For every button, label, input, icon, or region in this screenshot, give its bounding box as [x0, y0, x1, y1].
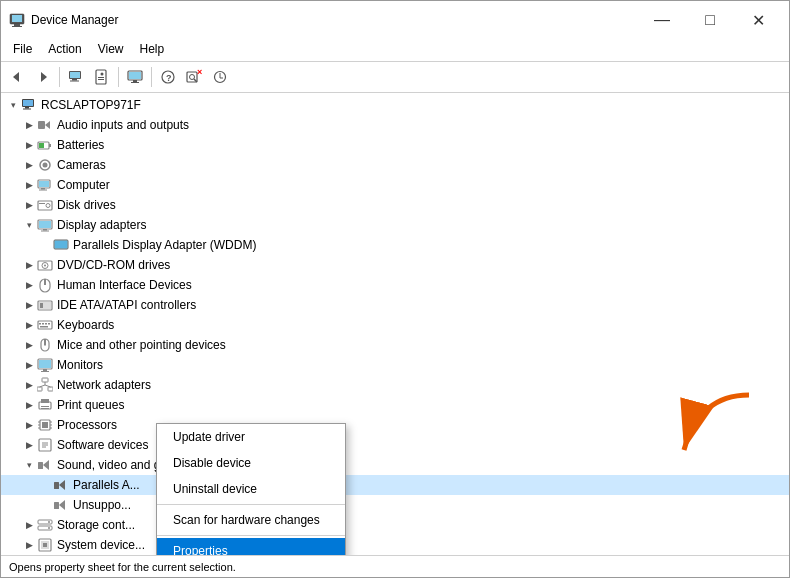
back-button[interactable] — [5, 65, 29, 89]
svg-rect-26 — [23, 100, 33, 106]
processors-icon — [37, 417, 53, 433]
ctx-disable-device[interactable]: Disable device — [157, 450, 345, 476]
menu-action[interactable]: Action — [40, 39, 89, 59]
monitors-label: Monitors — [55, 358, 103, 372]
tree-item-network[interactable]: ▶ Network adapters — [1, 375, 789, 395]
tree-item-parallels-audio[interactable]: ▶ Parallels A... — [1, 475, 789, 495]
help-button[interactable]: ? — [156, 65, 180, 89]
tree-item-systemdevices[interactable]: ▶ System device... — [1, 535, 789, 555]
ctx-properties[interactable]: Properties — [157, 538, 345, 555]
tree-item-monitors[interactable]: ▶ Monitors — [1, 355, 789, 375]
svg-rect-82 — [42, 422, 48, 428]
computer-button[interactable] — [64, 65, 88, 89]
maximize-button[interactable]: □ — [687, 7, 733, 33]
tree-item-root[interactable]: ▾ RCSLAPTOP971F — [1, 95, 789, 115]
parallels-audio-icon — [53, 477, 69, 493]
network-label: Network adapters — [55, 378, 151, 392]
expand-mice[interactable]: ▶ — [21, 337, 37, 353]
tree-item-keyboards[interactable]: ▶ Keyboards — [1, 315, 789, 335]
monitor-button[interactable] — [123, 65, 147, 89]
parallels-audio-label: Parallels A... — [71, 478, 140, 492]
expand-processors[interactable]: ▶ — [21, 417, 37, 433]
svg-rect-65 — [44, 339, 46, 345]
expand-root[interactable]: ▾ — [5, 97, 21, 113]
software-label: Software devices — [55, 438, 148, 452]
expand-network[interactable]: ▶ — [21, 377, 37, 393]
expand-monitors[interactable]: ▶ — [21, 357, 37, 373]
expand-audio[interactable]: ▶ — [21, 117, 37, 133]
svg-rect-53 — [44, 279, 46, 285]
tree-item-dvd[interactable]: ▶ DVD/CD-ROM drives — [1, 255, 789, 275]
tree-item-software[interactable]: ▶ Software devices — [1, 435, 789, 455]
monitors-icon — [37, 357, 53, 373]
menu-help[interactable]: Help — [132, 39, 173, 59]
expand-dvd[interactable]: ▶ — [21, 257, 37, 273]
expand-software[interactable]: ▶ — [21, 437, 37, 453]
tree-item-sound[interactable]: ▾ Sound, video and game controllers — [1, 455, 789, 475]
tree-item-displayadapters[interactable]: ▾ Display adapters — [1, 215, 789, 235]
svg-point-21 — [190, 75, 195, 80]
update-button[interactable] — [208, 65, 232, 89]
svg-rect-33 — [39, 143, 44, 148]
expand-diskdrives[interactable]: ▶ — [21, 197, 37, 213]
status-text: Opens property sheet for the current sel… — [9, 561, 236, 573]
tree-item-print[interactable]: ▶ Print queues — [1, 395, 789, 415]
menu-file[interactable]: File — [5, 39, 40, 59]
ctx-update-driver[interactable]: Update driver — [157, 424, 345, 450]
properties-button[interactable] — [90, 65, 114, 89]
tree-item-batteries[interactable]: ▶ Batteries — [1, 135, 789, 155]
tree-item-ide[interactable]: ▶ IDE ATA/ATAPI controllers — [1, 295, 789, 315]
forward-icon — [35, 69, 51, 85]
toolbar-separator-3 — [151, 67, 152, 87]
ctx-uninstall-device[interactable]: Uninstall device — [157, 476, 345, 502]
menu-view[interactable]: View — [90, 39, 132, 59]
expand-computer[interactable]: ▶ — [21, 177, 37, 193]
tree-item-mice[interactable]: ▶ Mice and other pointing devices — [1, 335, 789, 355]
svg-rect-58 — [38, 321, 52, 329]
svg-rect-105 — [43, 543, 47, 547]
svg-point-41 — [46, 204, 50, 208]
computer-icon — [68, 69, 84, 85]
close-button[interactable]: ✕ — [735, 7, 781, 33]
ctx-separator — [157, 504, 345, 505]
tree-item-hid[interactable]: ▶ Human Interface Devices — [1, 275, 789, 295]
systemdevices-icon — [37, 537, 53, 553]
mice-icon — [37, 337, 53, 353]
expand-hid[interactable]: ▶ — [21, 277, 37, 293]
scan-icon: × — [186, 69, 202, 85]
svg-marker-30 — [45, 121, 50, 129]
expand-ide[interactable]: ▶ — [21, 297, 37, 313]
tree-item-diskdrives[interactable]: ▶ Disk drives — [1, 195, 789, 215]
tree-item-unsupported[interactable]: ▶ Unsuppo... — [1, 495, 789, 515]
scan-button[interactable]: × — [182, 65, 206, 89]
ctx-separator-2 — [157, 535, 345, 536]
svg-marker-4 — [13, 72, 19, 82]
expand-storage[interactable]: ▶ — [21, 517, 37, 533]
tree-item-storage[interactable]: ▶ Storage cont... — [1, 515, 789, 535]
expand-sound[interactable]: ▾ — [21, 457, 37, 473]
tree-item-processors[interactable]: ▶ Processors — [1, 415, 789, 435]
expand-cameras[interactable]: ▶ — [21, 157, 37, 173]
forward-button[interactable] — [31, 65, 55, 89]
audio-group-icon — [37, 117, 53, 133]
svg-rect-62 — [48, 323, 50, 325]
minimize-button[interactable]: — — [639, 7, 685, 33]
device-tree[interactable]: ▾ RCSLAPTOP971F ▶ — [1, 93, 789, 555]
expand-systemdevices[interactable]: ▶ — [21, 537, 37, 553]
root-label: RCSLAPTOP971F — [39, 98, 141, 112]
expand-batteries[interactable]: ▶ — [21, 137, 37, 153]
tree-item-audio[interactable]: ▶ Audio inputs and outputs — [1, 115, 789, 135]
ctx-scan-changes[interactable]: Scan for hardware changes — [157, 507, 345, 533]
svg-rect-38 — [41, 188, 45, 190]
svg-rect-59 — [39, 323, 41, 325]
svg-rect-29 — [38, 121, 45, 129]
tree-item-cameras[interactable]: ▶ Cameras — [1, 155, 789, 175]
cameras-label: Cameras — [55, 158, 106, 172]
expand-displayadapters[interactable]: ▾ — [21, 217, 37, 233]
tree-item-parallels-display[interactable]: ▶ Parallels Display Adapter (WDDM) — [1, 235, 789, 255]
tree-item-computer[interactable]: ▶ Computer — [1, 175, 789, 195]
expand-keyboards[interactable]: ▶ — [21, 317, 37, 333]
expand-print[interactable]: ▶ — [21, 397, 37, 413]
svg-marker-98 — [59, 500, 65, 510]
toolbar: ? × — [1, 62, 789, 93]
